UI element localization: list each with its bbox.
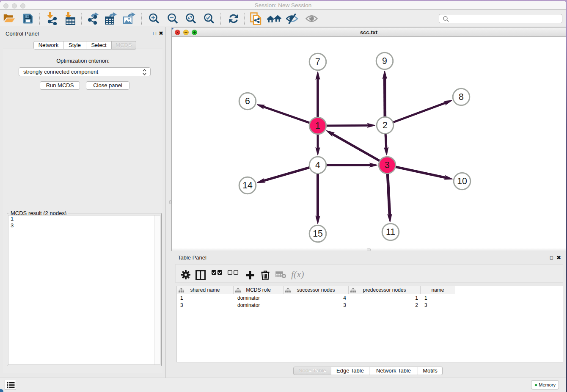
svg-text:11: 11 bbox=[386, 227, 395, 237]
svg-text:2: 2 bbox=[383, 120, 388, 130]
svg-text:14: 14 bbox=[242, 180, 253, 190]
svg-text:9: 9 bbox=[382, 56, 387, 66]
svg-text:15: 15 bbox=[313, 229, 323, 239]
svg-text:3: 3 bbox=[385, 160, 390, 170]
svg-text:4: 4 bbox=[315, 160, 320, 170]
svg-text:7: 7 bbox=[315, 57, 320, 67]
svg-text:10: 10 bbox=[457, 176, 467, 186]
svg-text:8: 8 bbox=[459, 92, 464, 102]
svg-text:6: 6 bbox=[245, 96, 250, 106]
svg-text:1: 1 bbox=[315, 121, 320, 131]
